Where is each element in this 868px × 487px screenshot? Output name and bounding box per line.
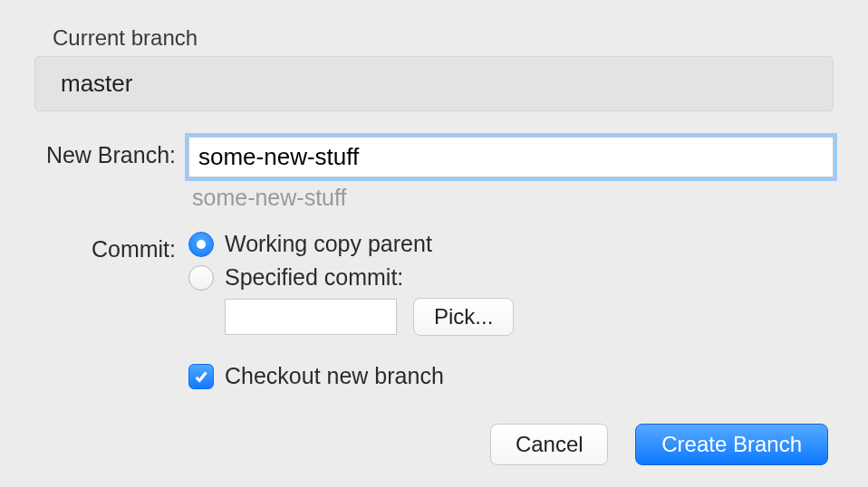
specified-commit-row: Pick... xyxy=(225,298,834,336)
radio-specified-commit-line: Specified commit: xyxy=(188,264,834,291)
current-branch-value: master xyxy=(34,56,834,111)
radio-specified-commit[interactable] xyxy=(188,265,214,291)
checkmark-icon xyxy=(193,368,209,385)
radio-working-copy-parent-label: Working copy parent xyxy=(225,231,432,257)
new-branch-row: New Branch: some-new-stuff xyxy=(34,137,834,211)
specified-commit-input[interactable] xyxy=(225,299,397,335)
create-branch-dialog: Current branch master New Branch: some-n… xyxy=(0,0,868,487)
radio-working-copy-parent[interactable] xyxy=(188,232,214,257)
checkout-checkbox-line: Checkout new branch xyxy=(188,363,834,389)
radio-specified-commit-label: Specified commit: xyxy=(225,264,403,291)
new-branch-label: New Branch: xyxy=(34,137,188,168)
new-branch-field-col: some-new-stuff xyxy=(188,137,834,211)
pick-commit-button[interactable]: Pick... xyxy=(413,298,514,336)
create-branch-button[interactable]: Create Branch xyxy=(635,424,828,465)
commit-field-col: Working copy parent Specified commit: Pi… xyxy=(188,231,834,389)
current-branch-label: Current branch xyxy=(53,25,834,51)
commit-row: Commit: Working copy parent Specified co… xyxy=(34,231,834,389)
cancel-button[interactable]: Cancel xyxy=(490,424,608,465)
new-branch-input[interactable] xyxy=(188,137,834,177)
dialog-buttons: Cancel Create Branch xyxy=(34,424,834,465)
checkout-checkbox[interactable] xyxy=(188,364,214,389)
new-branch-slug: some-new-stuff xyxy=(192,185,834,211)
commit-label: Commit: xyxy=(34,231,188,263)
checkout-checkbox-label: Checkout new branch xyxy=(225,363,444,389)
radio-working-copy-parent-line: Working copy parent xyxy=(188,231,834,257)
